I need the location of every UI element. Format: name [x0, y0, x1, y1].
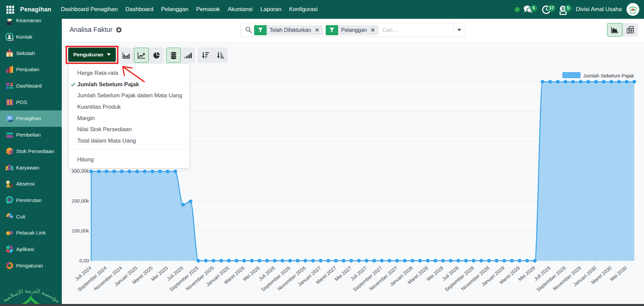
check-icon: [71, 82, 76, 87]
view-title: Analisa Faktur: [70, 26, 122, 34]
apps-grid-icon[interactable]: [6, 6, 14, 14]
dropdown-item-label: Nilai Stok Persediaan: [77, 126, 132, 133]
sidebar-item-label: Karyawan: [16, 165, 39, 171]
sidebar-item-kontak[interactable]: Kontak: [0, 29, 62, 45]
measure-option-kuantitas-produk[interactable]: Kuantitas Produk: [68, 101, 189, 113]
app-name[interactable]: Penagihan: [20, 6, 51, 13]
gear-icon[interactable]: [116, 27, 122, 33]
sidebar-item-aplikasi[interactable]: Aplikasi: [0, 241, 62, 258]
top-menu-pelanggan[interactable]: Pelanggan: [157, 6, 192, 13]
facet-remove-button[interactable]: ✕: [315, 25, 323, 35]
pie-chart-icon: [153, 52, 160, 59]
cuti-app-icon: [5, 212, 14, 221]
descending-button[interactable]: [181, 48, 195, 63]
dropdown-item-label: Margin: [77, 115, 95, 122]
sidebar-item-pelacak-link[interactable]: Pelacak Link: [0, 225, 62, 241]
stacked-button[interactable]: [166, 48, 181, 63]
messages-badge: 5: [530, 5, 537, 12]
top-menu-dashboard[interactable]: Dashboard: [122, 6, 157, 13]
facet-remove-button[interactable]: ✕: [370, 25, 379, 35]
toolbar: Pengukuran: [62, 48, 228, 63]
sort-group: [198, 48, 228, 63]
messages-button[interactable]: 5: [523, 3, 534, 15]
bar-chart-icon: [123, 52, 130, 59]
search-facet-telah-difakturkan: Telah Difakturkan✕: [254, 25, 323, 35]
sidebar-item-cuti[interactable]: Cuti: [0, 208, 62, 225]
sidebar-item-absensi[interactable]: Absensi: [0, 176, 62, 192]
bar-chart-button[interactable]: [119, 48, 134, 63]
sekolah-app-icon: [5, 49, 14, 58]
measure-option-margin[interactable]: Margin: [68, 113, 189, 124]
sidebar-item-stok-persediaan[interactable]: Stok Persediaan: [0, 143, 62, 160]
top-menu-laporan[interactable]: Laporan: [257, 6, 285, 13]
database-icon: [170, 52, 177, 59]
measure-option-total-dalam-mata-uang[interactable]: Total dalam Mata Uang: [68, 135, 189, 147]
area-chart-icon: [611, 27, 618, 33]
sidebar-item-keamanan[interactable]: Keamanan: [0, 19, 62, 29]
graph-view-button[interactable]: [607, 23, 623, 37]
karyawan-app-icon: [5, 163, 14, 172]
sidebar-item-label: Absensi: [16, 181, 35, 187]
pie-chart-button[interactable]: [149, 48, 164, 63]
avatar[interactable]: [627, 3, 639, 16]
sidebar-item-pengaturan[interactable]: Pengaturan: [0, 257, 62, 274]
sidebar-item-pembelian[interactable]: Pembelian: [0, 127, 62, 143]
chart-type-group: [119, 48, 164, 63]
activities-badge: 17: [548, 5, 555, 12]
user-menu[interactable]: Divisi Amal Usaha: [576, 6, 622, 13]
pivot-view-button[interactable]: [623, 23, 638, 37]
absensi-app-icon: [5, 180, 14, 189]
topbar-right: 5 17 $ 5 Divisi Amal Usaha: [515, 3, 644, 16]
sidebar-item-sekolah[interactable]: Sekolah: [0, 45, 62, 61]
activities-button[interactable]: 17: [541, 3, 552, 15]
dropdown-separator: [68, 149, 189, 149]
top-menu-dashboard-penagihan[interactable]: Dashboard Penagihan: [57, 6, 122, 13]
top-menu-pemasok[interactable]: Pemasok: [192, 6, 224, 13]
measure-option-nilai-stok-persediaan[interactable]: Nilai Stok Persediaan: [68, 124, 189, 135]
dashboard-app-icon: [5, 82, 14, 91]
sidebar-item-label: Stok Persediaan: [16, 148, 54, 154]
measure-option-hitung[interactable]: Hitung: [68, 154, 189, 165]
sidebar-item-pos[interactable]: POS: [0, 94, 62, 110]
measures-dropdown: Harga Rata-rataJumlah Sebelum PajakJumla…: [68, 63, 190, 168]
search-input[interactable]: Cari ...: [382, 27, 453, 33]
sidebar-item-label: Kontak: [16, 34, 32, 40]
sidebar-item-karyawan[interactable]: Karyawan: [0, 159, 62, 176]
measures-button[interactable]: Pengukuran: [68, 48, 116, 62]
filter-funnel-icon: [326, 25, 338, 35]
line-chart-button[interactable]: [134, 48, 149, 63]
control-panel: Analisa Faktur Telah Difakturkan✕Pelangg…: [62, 19, 644, 43]
sidebar-item-label: Perekrutan: [16, 197, 42, 203]
payments-badge: 5: [565, 5, 572, 12]
pos-app-icon: [5, 98, 14, 107]
aplikasi-app-icon: [5, 245, 14, 254]
search-dropdown-toggle[interactable]: [453, 23, 465, 37]
measure-option-jumlah-sebelum-pajak-dalam-mata-uang[interactable]: Jumlah Sebelum Pajak dalam Mata Uang: [68, 90, 189, 101]
sidebar-item-dashboard[interactable]: Dashboard: [0, 78, 62, 94]
facet-label: Telah Difakturkan: [267, 25, 315, 35]
sort-amount-desc-icon: [201, 52, 209, 59]
sidebar-item-penagihan[interactable]: $Penagihan: [0, 110, 62, 127]
line-chart-icon: [138, 52, 145, 59]
sidebar-item-penjualan[interactable]: Penjualan: [0, 61, 62, 78]
sidebar-item-label: Penjualan: [16, 66, 39, 72]
sidebar-item-label: Pelacak Link: [16, 230, 46, 236]
sort-amount-asc-icon: [216, 52, 224, 59]
pivot-table-icon: [627, 26, 634, 34]
top-menu: Dashboard PenagihanDashboardPelangganPem…: [57, 6, 322, 13]
penagihan-app-icon: $: [5, 114, 14, 123]
view-switcher: [607, 23, 638, 37]
search-icon: [245, 27, 252, 33]
sidebar-item-label: POS: [16, 99, 27, 105]
sort-desc-button[interactable]: [198, 48, 213, 63]
measure-option-jumlah-sebelum-pajak[interactable]: Jumlah Sebelum Pajak: [68, 79, 189, 90]
stok-app-icon: [5, 147, 14, 156]
measure-option-harga-rata-rata[interactable]: Harga Rata-rata: [68, 67, 189, 79]
sidebar-item-perekrutan[interactable]: Perekrutan: [0, 192, 62, 209]
top-menu-akuntansi[interactable]: Akuntansi: [224, 6, 257, 13]
top-menu-konfigurasi[interactable]: Konfigurasi: [285, 6, 321, 13]
payments-button[interactable]: $ 5: [557, 3, 569, 15]
search-bar[interactable]: Telah Difakturkan✕Pelanggan✕ Cari ...: [240, 23, 465, 37]
sort-asc-button[interactable]: [213, 48, 228, 63]
dropdown-item-label: Jumlah Sebelum Pajak: [77, 81, 139, 88]
